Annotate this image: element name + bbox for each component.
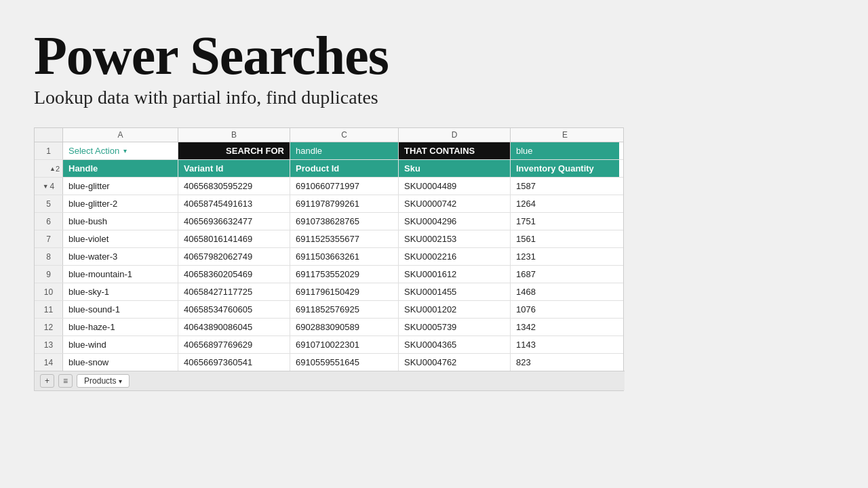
page-subtitle: Lookup data with partial info, find dupl… [34,87,378,108]
variant-id-cell: 40658016141469 [178,230,290,247]
row-num-cell: 6 [35,213,63,230]
row-1-num: 1 [35,142,63,159]
page-title: Power Searches [34,27,389,84]
variant-id-cell: 40658360205469 [178,266,290,283]
product-id-cell: 6910710022301 [290,336,399,353]
handle-cell: blue-sky-1 [63,283,178,300]
table-row: 6blue-bush406569366324776910738628765SKU… [35,213,623,230]
select-action-label: Select Action [68,146,119,156]
variant-id-col-header: Variant Id [178,160,290,177]
select-action-dropdown[interactable]: Select Action ▾ [63,142,178,159]
variant-id-cell: 40656897769629 [178,336,290,353]
sku-cell: SKU0001612 [399,266,511,283]
table-row: 14blue-snow406566973605416910559551645SK… [35,354,623,371]
handle-cell: blue-snow [63,354,178,371]
qty-cell: 1231 [511,248,619,265]
spreadsheet: A B C D E 1 Select Action ▾ SEARCH FOR h… [34,127,624,391]
handle-cell: blue-haze-1 [63,319,178,336]
select-action-arrow: ▾ [123,147,127,155]
variant-id-cell: 40657982062749 [178,248,290,265]
tabs-bar: + ≡ Products ▾ [35,371,625,390]
col-header-c: C [290,128,399,142]
row-num-cell: 13 [35,336,63,353]
list-view-button[interactable]: ≡ [58,374,73,388]
qty-cell: 823 [511,354,619,371]
handle-cell: blue-water-3 [63,248,178,265]
product-id-cell: 6911852576925 [290,301,399,318]
handle-cell: blue-sound-1 [63,301,178,318]
variant-id-cell: 40656936632477 [178,213,290,230]
col-header-e: E [511,128,619,142]
product-id-col-header: Product Id [290,160,399,177]
table-row: 11blue-sound-140658534760605691185257692… [35,301,623,319]
blue-value-cell[interactable]: blue [511,142,619,159]
col-header-row: A B C D E [35,128,623,142]
handle-dropdown[interactable]: handle ▾ [290,142,399,159]
col-header-d: D [399,128,511,142]
table-row: 7blue-violet406580161414696911525355677S… [35,230,623,248]
handle-cell: blue-glitter-2 [63,195,178,212]
row-num-cell: 12 [35,319,63,336]
sku-cell: SKU0000742 [399,195,511,212]
sku-cell: SKU0001455 [399,283,511,300]
qty-cell: 1342 [511,319,619,336]
sku-cell: SKU0001202 [399,301,511,318]
add-sheet-button[interactable]: + [40,374,54,388]
product-id-cell: 6910660771997 [290,178,399,195]
variant-id-cell: 40643890086045 [178,319,290,336]
row-num-cell: 10 [35,283,63,300]
product-id-cell: 6902883090589 [290,319,399,336]
qty-col-header: Inventory Quantity [511,160,619,177]
handle-cell: blue-bush [63,213,178,230]
qty-cell: 1587 [511,178,619,195]
sku-cell: SKU0004296 [399,213,511,230]
row-num-cell: 5 [35,195,63,212]
qty-cell: 1687 [511,266,619,283]
qty-cell: 1561 [511,230,619,247]
sku-cell: SKU0002153 [399,230,511,247]
qty-cell: 1751 [511,213,619,230]
row-num-cell: 7 [35,230,63,247]
handle-cell: blue-violet [63,230,178,247]
table-row: 12blue-haze-1406438900860456902883090589… [35,319,623,336]
row-num-cell: 14 [35,354,63,371]
search-for-cell: SEARCH FOR [178,142,290,159]
row-num-cell: 8 [35,248,63,265]
product-id-cell: 6911503663261 [290,248,399,265]
handle-cell: blue-glitter [63,178,178,195]
headers-row: ▲2 Handle Variant Id Product Id Sku Inve… [35,160,623,178]
qty-cell: 1076 [511,301,619,318]
control-row: 1 Select Action ▾ SEARCH FOR handle ▾ TH… [35,142,623,160]
product-id-cell: 6910559551645 [290,354,399,371]
variant-id-cell: 40658534760605 [178,301,290,318]
table-row: ▼4blue-glitter40656830595229691066077199… [35,178,623,195]
table-row: 5blue-glitter-24065874549161369119787992… [35,195,623,213]
variant-id-cell: 40656697360541 [178,354,290,371]
handle-arrow: ▾ [326,147,330,155]
products-sheet-tab[interactable]: Products ▾ [77,374,130,388]
row-num-cell: ▼4 [35,178,63,195]
handle-cell: blue-mountain-1 [63,266,178,283]
handle-col-header: Handle [63,160,178,177]
product-id-cell: 6911525355677 [290,230,399,247]
table-row: 13blue-wind406568977696296910710022301SK… [35,336,623,354]
product-id-cell: 6911978799261 [290,195,399,212]
table-row: 10blue-sky-1406584271177256911796150429S… [35,283,623,301]
row-num-cell: 9 [35,266,63,283]
product-id-cell: 6911753552029 [290,266,399,283]
corner-cell [35,128,63,142]
sku-cell: SKU0002216 [399,248,511,265]
sku-cell: SKU0005739 [399,319,511,336]
table-row: 9blue-mountain-1406583602054696911753552… [35,266,623,283]
sku-cell: SKU0004365 [399,336,511,353]
qty-cell: 1264 [511,195,619,212]
product-id-cell: 6910738628765 [290,213,399,230]
sku-col-header: Sku [399,160,511,177]
sku-cell: SKU0004489 [399,178,511,195]
qty-cell: 1143 [511,336,619,353]
handle-cell: blue-wind [63,336,178,353]
row-2-num: ▲2 [35,160,63,177]
handle-label: handle [296,146,322,156]
variant-id-cell: 40658427117725 [178,283,290,300]
variant-id-cell: 40656830595229 [178,178,290,195]
